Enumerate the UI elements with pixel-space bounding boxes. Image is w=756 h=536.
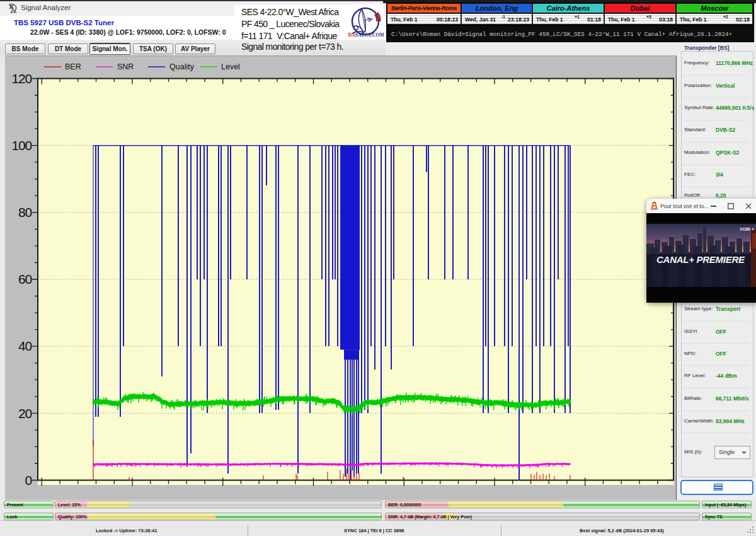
svg-text:SATCS.COM: SATCS.COM <box>355 32 384 38</box>
svg-text:VOIR +: VOIR + <box>740 227 754 231</box>
svg-text:DX: DX <box>348 32 356 38</box>
svg-text:CANAL+ PREMIERE: CANAL+ PREMIERE <box>656 254 745 265</box>
